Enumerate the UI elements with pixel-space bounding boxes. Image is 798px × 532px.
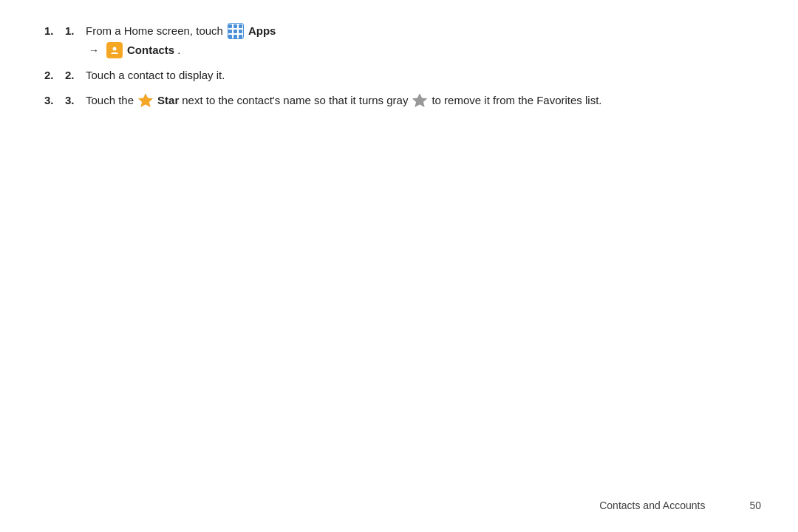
step-3-line1: Touch the Star next to the contact's nam… bbox=[86, 92, 602, 109]
arrow-icon: → bbox=[89, 42, 99, 58]
step-2-content: Touch a contact to display it. bbox=[86, 66, 225, 84]
contacts-app-icon bbox=[106, 42, 123, 58]
step-3-text-end: to remove it from the Favorites list. bbox=[432, 92, 601, 109]
star-label: Star bbox=[157, 92, 179, 109]
apps-dots bbox=[228, 24, 242, 38]
contacts-label: Contacts bbox=[127, 41, 174, 59]
apps-grid-icon bbox=[228, 23, 244, 39]
svg-point-0 bbox=[113, 47, 117, 51]
step-1-line1: From a Home screen, touch bbox=[86, 22, 276, 40]
svg-marker-2 bbox=[413, 94, 427, 107]
step-1-text-before-apps: From a Home screen, touch bbox=[86, 22, 223, 40]
step-2: 2. Touch a contact to display it. bbox=[44, 66, 761, 84]
step-2-text: Touch a contact to display it. bbox=[86, 69, 225, 81]
step-3-content: Touch the Star next to the contact's nam… bbox=[86, 92, 602, 109]
step-2-number: 2. bbox=[65, 66, 86, 84]
step-1-content: From a Home screen, touch bbox=[86, 22, 276, 59]
step-3-turns-gray: turns gray bbox=[359, 92, 409, 109]
gray-star-icon bbox=[412, 93, 427, 108]
step-3: 3. Touch the Star next to the contact's … bbox=[44, 92, 761, 109]
footer: Contacts and Accounts 50 bbox=[599, 499, 761, 511]
instructions-list: 1. From a Home screen, touch bbox=[37, 22, 761, 109]
step-3-text-middle: next to the contact's name so that it bbox=[182, 92, 356, 109]
apps-label: Apps bbox=[248, 22, 276, 40]
svg-marker-1 bbox=[139, 94, 153, 107]
step-1: 1. From a Home screen, touch bbox=[44, 22, 761, 59]
footer-title: Contacts and Accounts bbox=[599, 499, 705, 511]
contacts-period: . bbox=[177, 41, 180, 59]
footer-page-number: 50 bbox=[749, 499, 761, 511]
main-content: 1. From a Home screen, touch bbox=[0, 0, 798, 139]
step-1-number: 1. bbox=[65, 22, 86, 40]
step-1-line2: → Contacts. bbox=[86, 41, 276, 59]
step-3-number: 3. bbox=[65, 92, 86, 109]
orange-star-icon bbox=[138, 93, 153, 108]
step-3-touch-text: Touch the bbox=[86, 92, 134, 109]
contacts-svg bbox=[109, 45, 120, 55]
